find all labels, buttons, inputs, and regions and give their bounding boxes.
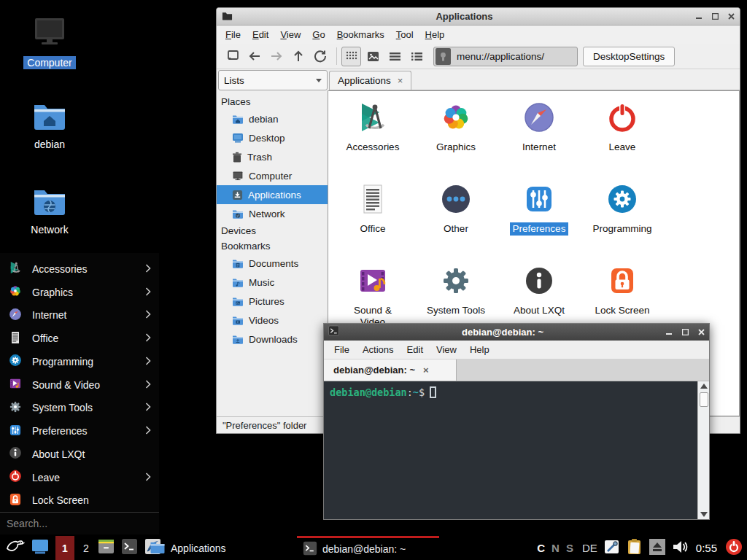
terminal-tab-close-icon[interactable]: × <box>423 365 429 376</box>
sidebar-item-downloads[interactable]: Downloads <box>217 330 328 349</box>
terminal-maximize-button[interactable] <box>682 329 689 335</box>
show-desktop-button[interactable] <box>31 539 49 558</box>
workspace-1-button[interactable]: 1 <box>55 536 74 560</box>
volume-icon[interactable] <box>672 540 688 557</box>
terminal-menu-file[interactable]: File <box>328 342 356 357</box>
forward-button[interactable] <box>266 47 286 66</box>
task-label: debian@debian: ~ <box>322 543 406 555</box>
menu-item-leave[interactable]: Leave <box>0 466 159 489</box>
thumbnail-view-button[interactable] <box>363 47 383 66</box>
menu-item-sound-video[interactable]: Sound & Video <box>0 373 159 397</box>
menu-item-preferences[interactable]: Preferences <box>0 419 159 443</box>
app-item-label: Programming <box>589 222 654 236</box>
tab-close-icon[interactable]: × <box>398 75 403 86</box>
back-button[interactable] <box>244 47 264 66</box>
task-button-terminal[interactable]: debian@debian: ~ <box>297 536 439 560</box>
fm-menu-edit[interactable]: Edit <box>247 27 274 42</box>
menu-item-internet[interactable]: Internet <box>0 304 159 327</box>
menu-item-graphics[interactable]: Graphics <box>0 281 159 304</box>
sidebar-item-computer[interactable]: Computer <box>217 166 328 185</box>
quicklaunch-terminal-icon[interactable] <box>121 538 138 558</box>
app-item-preferences[interactable]: Preferences <box>498 182 581 263</box>
clipboard-icon[interactable] <box>627 538 643 558</box>
fm-close-button[interactable] <box>728 13 735 20</box>
fm-tab-applications[interactable]: Applications × <box>329 71 411 90</box>
terminal-tab[interactable]: debian@debian: ~ × <box>324 359 457 381</box>
menu-item-accessories[interactable]: Accessories <box>0 257 159 281</box>
fm-minimize-button[interactable] <box>696 13 703 20</box>
path-bar[interactable]: menu://applications/ <box>433 47 578 66</box>
terminal-minimize-button[interactable] <box>666 329 673 335</box>
compact-view-button[interactable] <box>385 47 405 66</box>
sidebar-item-trash[interactable]: Trash <box>217 147 328 166</box>
num-lock-indicator[interactable]: N <box>551 542 560 554</box>
desktop: Computer debian Network Applications Fil… <box>0 0 747 560</box>
preferences-icon <box>522 182 557 219</box>
sidebar-item-label: Documents <box>249 258 298 269</box>
terminal-titlebar[interactable]: debian@debian: ~ <box>324 324 709 341</box>
sidebar-item-network[interactable]: Network <box>217 204 328 223</box>
sidebar-item-pictures[interactable]: Pictures <box>217 292 328 311</box>
app-item-accessories[interactable]: Accessories <box>331 100 414 182</box>
sidebar-item-music[interactable]: Music <box>217 273 328 292</box>
reload-button[interactable] <box>310 47 330 66</box>
fm-menu-go[interactable]: Go <box>306 27 330 42</box>
icon-view-button[interactable] <box>341 47 361 66</box>
leave-power-button[interactable] <box>725 538 743 559</box>
desktop-icon-debian[interactable]: debian <box>12 101 88 151</box>
terminal-menu-help[interactable]: Help <box>463 342 496 357</box>
sidebar-item-applications[interactable]: Applications <box>217 185 328 204</box>
submenu-arrow-icon <box>145 402 151 413</box>
menu-item-system-tools[interactable]: System Tools <box>0 397 159 420</box>
scroll-up-icon[interactable] <box>700 384 708 389</box>
desktop-icon-computer[interactable]: Computer <box>12 15 88 69</box>
detailed-view-button[interactable] <box>407 47 427 66</box>
terminal-body[interactable]: debian@debian:~$ <box>324 381 709 519</box>
fm-menu-tool[interactable]: Tool <box>390 27 419 42</box>
eject-icon[interactable] <box>649 539 665 558</box>
app-item-programming[interactable]: Programming <box>581 182 664 263</box>
fm-maximize-button[interactable] <box>712 13 719 20</box>
sidebar-item-home[interactable]: debian <box>217 109 328 128</box>
scrollbar-thumb[interactable] <box>700 392 708 407</box>
menu-item-programming[interactable]: Programming <box>0 350 159 373</box>
sidebar-item-videos[interactable]: Videos <box>217 311 328 330</box>
menu-item-about-lxqt[interactable]: About LXQt <box>0 443 159 466</box>
side-pane-selector[interactable]: Lists <box>218 70 328 90</box>
terminal-menu-view[interactable]: View <box>430 342 463 357</box>
fm-titlebar[interactable]: Applications <box>217 8 740 26</box>
clock[interactable]: 0:55 <box>696 542 717 554</box>
app-item-label: System Tools <box>424 304 488 317</box>
quicklaunch-file-manager-icon[interactable] <box>98 538 115 558</box>
terminal-menu-actions[interactable]: Actions <box>356 342 400 357</box>
scroll-lock-indicator[interactable]: S <box>566 542 573 554</box>
fm-menu-file[interactable]: File <box>220 27 247 42</box>
keyboard-layout-indicator[interactable]: DE <box>582 542 597 554</box>
task-button-file-manager[interactable]: Applications <box>150 536 226 560</box>
workspace-2-button[interactable]: 2 <box>81 542 91 554</box>
fm-menu-view[interactable]: View <box>274 27 306 42</box>
app-item-graphics[interactable]: Graphics <box>414 100 498 182</box>
terminal-close-button[interactable] <box>698 329 705 335</box>
up-button[interactable] <box>288 47 308 66</box>
terminal-scrollbar[interactable] <box>697 381 709 519</box>
fm-menu-help[interactable]: Help <box>419 27 451 42</box>
sidebar-item-documents[interactable]: Documents <box>217 254 328 273</box>
desktop-icon-network[interactable]: Network <box>12 186 88 236</box>
terminal-menu-edit[interactable]: Edit <box>400 342 430 357</box>
app-item-office[interactable]: Office <box>331 182 414 263</box>
new-tab-button[interactable] <box>222 47 242 66</box>
screenshot-tool-icon[interactable] <box>604 539 620 558</box>
app-item-leave[interactable]: Leave <box>581 100 664 182</box>
fm-menu-bookmarks[interactable]: Bookmarks <box>331 27 390 42</box>
scroll-down-icon[interactable] <box>700 512 708 517</box>
caps-lock-indicator[interactable]: C <box>537 542 545 554</box>
app-item-internet[interactable]: Internet <box>498 100 581 182</box>
app-item-other[interactable]: Other <box>414 182 498 263</box>
menu-search-input[interactable]: Search... <box>0 512 159 534</box>
main-menu-button[interactable] <box>5 537 25 559</box>
sidebar-item-desktop[interactable]: Desktop <box>217 128 328 147</box>
menu-item-lock-screen[interactable]: Lock Screen <box>0 489 159 513</box>
menu-item-office[interactable]: Office <box>0 327 159 350</box>
desktop-settings-button[interactable]: DesktopSettings <box>583 47 675 66</box>
